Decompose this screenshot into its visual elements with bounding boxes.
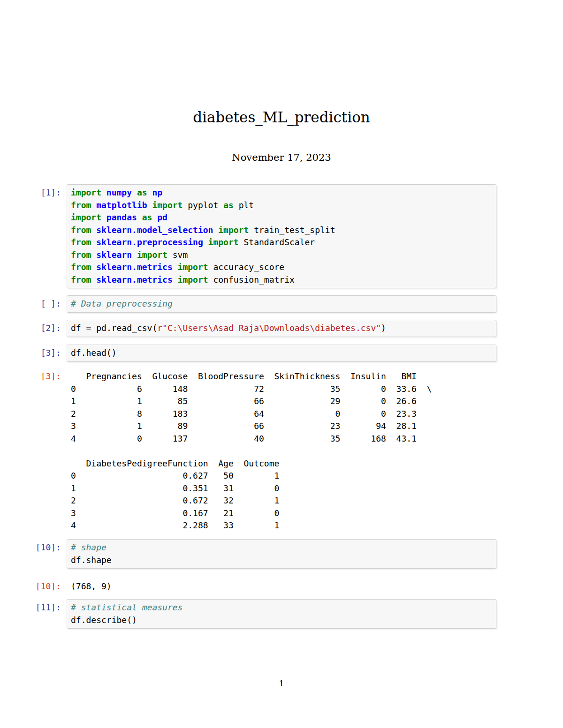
code-area-read-csv: df = pd.read_csv(r"C:\Users\Asad Raja\Do…: [71, 322, 492, 335]
code-cell-box: df.head(): [67, 345, 496, 362]
input-prompt: [2]:: [0, 320, 61, 335]
code-cell-1: [1]: import numpy as np from matplotlib …: [0, 184, 563, 288]
input-prompt: [11]:: [0, 599, 61, 614]
code-area-shape: # shape df.shape: [71, 541, 492, 566]
code-cell-2: [2]: df = pd.read_csv(r"C:\Users\Asad Ra…: [0, 320, 563, 337]
output-prompt: [3]:: [0, 370, 61, 383]
page: { "page": { "title": "diabetes_ML_predic…: [0, 0, 563, 728]
output-table-head: Pregnancies Glucose BloodPressure SkinTh…: [67, 370, 432, 532]
code-cell-box: # shape df.shape: [67, 539, 496, 569]
code-cell-blank: [ ]: # Data preprocessing: [0, 295, 563, 313]
input-prompt: [ ]:: [0, 295, 61, 310]
code-cell-box: df = pd.read_csv(r"C:\Users\Asad Raja\Do…: [67, 320, 496, 337]
code-cell-10: [10]: # shape df.shape: [0, 539, 563, 569]
code-cell-box: # statistical measures df.describe(): [67, 599, 496, 629]
output-shape-tuple: (768, 9): [67, 580, 112, 593]
output-prompt: [10]:: [0, 580, 61, 593]
code-cell-box: import numpy as np from matplotlib impor…: [67, 184, 496, 288]
page-number: 1: [0, 679, 563, 688]
code-cell-3: [3]: df.head(): [0, 345, 563, 362]
input-prompt: [3]:: [0, 345, 61, 360]
code-cell-box: # Data preprocessing: [67, 295, 496, 313]
output-cell-10: [10]: (768, 9): [0, 580, 563, 593]
code-cell-11: [11]: # statistical measures df.describe…: [0, 599, 563, 629]
code-area-head: df.head(): [71, 347, 492, 360]
input-prompt: [10]:: [0, 539, 61, 554]
input-prompt: [1]:: [0, 184, 61, 199]
code-area-preprocessing-comment: # Data preprocessing: [71, 298, 492, 310]
output-cell-3: [3]: Pregnancies Glucose BloodPressure S…: [0, 370, 563, 532]
document-date: November 17, 2023: [0, 151, 563, 164]
code-area-imports: import numpy as np from matplotlib impor…: [71, 187, 492, 286]
code-area-describe: # statistical measures df.describe(): [71, 601, 492, 626]
document-title: diabetes_ML_prediction: [0, 108, 563, 126]
